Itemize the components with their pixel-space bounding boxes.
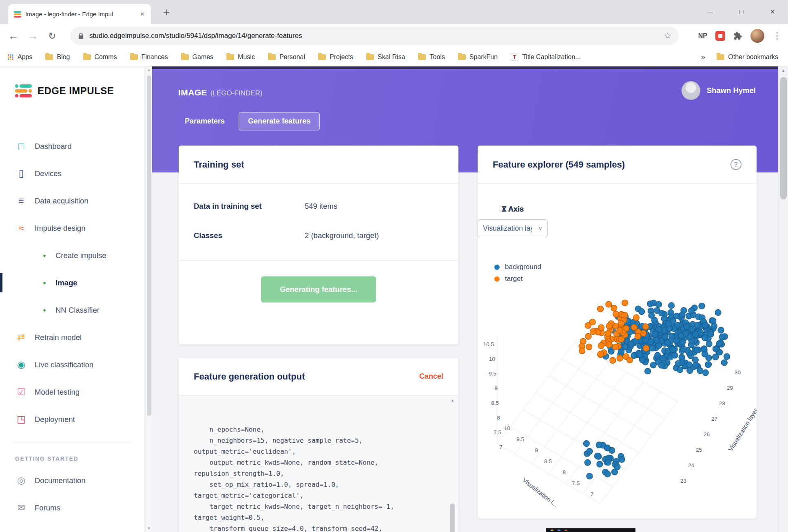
sidebar-item[interactable]: ⇄ Retrain model bbox=[0, 324, 144, 351]
generate-features-button[interactable]: Generating features... bbox=[261, 276, 376, 302]
bookmark-folder-item[interactable]: Comms bbox=[83, 53, 117, 61]
bookmark-folder-item[interactable]: Games bbox=[181, 53, 214, 61]
folder-icon bbox=[226, 54, 234, 60]
svg-text:9.5: 9.5 bbox=[516, 436, 524, 442]
sidebar-item[interactable]: ● Create impulse bbox=[0, 242, 144, 269]
folder-icon bbox=[268, 54, 276, 60]
svg-text:8: 8 bbox=[562, 469, 566, 475]
bookmark-folder-item[interactable]: Projects bbox=[318, 53, 353, 61]
browser-tab[interactable]: Image - lego-finder - Edge Impul × bbox=[8, 4, 151, 24]
cancel-link[interactable]: Cancel bbox=[419, 372, 443, 381]
browser-menu-icon[interactable]: ⋮ bbox=[773, 31, 781, 41]
scrollbar-thumb[interactable] bbox=[450, 503, 455, 532]
feature-generation-output-card: Feature generation output Cancel n_epoch… bbox=[179, 358, 458, 532]
bookmark-folder-item[interactable]: Skal Risa bbox=[366, 53, 405, 61]
other-bookmarks[interactable]: Other bookmarks bbox=[717, 53, 778, 61]
extension-icon[interactable] bbox=[715, 31, 725, 41]
console-line: n_epochs=None, bbox=[194, 424, 458, 435]
row-label: Classes bbox=[194, 231, 305, 240]
folder-icon bbox=[318, 54, 326, 60]
sidebar-item-label: Devices bbox=[35, 169, 62, 178]
feature-explorer-plot[interactable]: 10.5109.598.587.57109.598.587.5723242526… bbox=[478, 280, 757, 517]
sidebar-item-label: Documentation bbox=[35, 476, 85, 485]
sidebar-item[interactable]: ☑ Model testing bbox=[0, 378, 144, 406]
bookmarks-overflow-chevron[interactable]: » bbox=[701, 52, 705, 62]
sidebar-item[interactable]: □ Dashboard bbox=[0, 132, 144, 160]
sidebar-item[interactable]: ● NN Classifier bbox=[0, 296, 144, 324]
new-tab-button[interactable]: + bbox=[163, 6, 170, 19]
sidebar-item[interactable]: ◳ Deployment bbox=[0, 406, 144, 433]
edge-impulse-logo[interactable]: EDGE IMPULSE bbox=[15, 84, 114, 97]
scroll-up-icon[interactable]: ▲ bbox=[779, 68, 788, 73]
bookmark-folder-item[interactable]: Tools bbox=[418, 53, 445, 61]
svg-text:10.5: 10.5 bbox=[483, 341, 494, 347]
page-tab[interactable]: Parameters bbox=[185, 113, 225, 130]
sidebar-scrollbar[interactable]: ▲ ▼ bbox=[145, 66, 152, 532]
sidebar-item[interactable]: ◉ Live classification bbox=[0, 351, 144, 378]
page-title-project: (LEGO-FINDER) bbox=[210, 89, 263, 97]
svg-text:23: 23 bbox=[680, 478, 686, 484]
feature-explorer-card: Feature explorer (549 samples) ? X Axis … bbox=[478, 146, 757, 519]
bookmark-apps[interactable]: Apps bbox=[7, 53, 32, 61]
help-icon[interactable]: ? bbox=[730, 159, 742, 170]
console-line: transform_queue_size=4.0, transform_seed… bbox=[194, 523, 458, 532]
sidebar-item[interactable]: ✉ Forums bbox=[0, 494, 144, 521]
reload-button[interactable]: ↻ bbox=[48, 31, 56, 42]
bookmark-label: Comms bbox=[95, 53, 117, 61]
close-button[interactable]: × bbox=[757, 0, 788, 24]
console-lines: n_epochs=None, n_neighbors=15, negative_… bbox=[179, 396, 458, 532]
apps-grid-icon bbox=[7, 54, 14, 60]
scroll-down-icon[interactable]: ▼ bbox=[146, 526, 152, 530]
sidebar-item[interactable]: ≈ Impulse design bbox=[0, 214, 144, 242]
console-line: target_weight=0.5, bbox=[194, 512, 458, 523]
tab-close-icon[interactable]: × bbox=[139, 10, 145, 18]
legend-item[interactable]: background bbox=[494, 263, 541, 271]
tab-title: Image - lego-finder - Edge Impul bbox=[25, 11, 135, 18]
data-acquisition-icon: ≡ bbox=[15, 195, 27, 206]
axis-dropdown[interactable]: Visualization layer ∨ bbox=[478, 219, 548, 237]
bookmark-folder-item[interactable]: SparkFun bbox=[458, 53, 498, 61]
bookmark-label: Music bbox=[238, 53, 255, 61]
console-line: set_op_mix_ratio=1.0, spread=1.0, bbox=[194, 479, 458, 490]
svg-text:9: 9 bbox=[494, 385, 498, 391]
back-button[interactable]: ← bbox=[8, 30, 19, 42]
address-bar[interactable]: studio.edgeimpulse.com/studio/5941/dsp/i… bbox=[70, 27, 679, 45]
documentation-icon: ◎ bbox=[15, 475, 27, 486]
bookmark-folder-item[interactable]: Blog bbox=[45, 53, 70, 61]
folder-icon bbox=[418, 54, 426, 60]
console-line: repulsion_strength=1.0, bbox=[194, 468, 458, 479]
user-avatar[interactable] bbox=[682, 81, 700, 100]
bookmark-title-capitalization[interactable]: T Title Capitalization... bbox=[511, 53, 580, 61]
forward-button[interactable]: → bbox=[28, 30, 38, 42]
maximize-button[interactable]: □ bbox=[726, 0, 757, 24]
console-output[interactable]: n_epochs=None, n_neighbors=15, negative_… bbox=[179, 396, 458, 532]
bookmark-star-icon[interactable]: ☆ bbox=[664, 31, 671, 41]
sidebar-item[interactable]: ▯ Devices bbox=[0, 160, 144, 187]
minimize-button[interactable]: ─ bbox=[695, 0, 726, 24]
console-scrollbar[interactable]: ▲ bbox=[449, 397, 456, 532]
legend-label: background bbox=[505, 263, 541, 271]
bookmark-folder-item[interactable]: Finances bbox=[130, 53, 168, 61]
bookmark-folder-item[interactable]: Personal bbox=[268, 53, 305, 61]
extensions-puzzle-icon[interactable] bbox=[733, 31, 742, 40]
row-value: 549 items bbox=[305, 202, 337, 211]
browser-profile-avatar[interactable] bbox=[750, 29, 764, 43]
sidebar-item[interactable]: ● Image bbox=[0, 269, 144, 296]
svg-text:24: 24 bbox=[688, 462, 695, 468]
folder-icon bbox=[366, 54, 374, 60]
page-tab[interactable]: Generate features bbox=[239, 112, 320, 130]
sidebar-item[interactable]: ◎ Documentation bbox=[0, 467, 144, 494]
user-menu[interactable]: Shawn Hymel bbox=[682, 81, 756, 100]
scroll-up-icon[interactable]: ▲ bbox=[449, 398, 456, 402]
training-set-rows: Data in training set 549 items Classes 2… bbox=[179, 184, 458, 240]
scrollbar-thumb[interactable] bbox=[780, 77, 787, 199]
np-extension-badge[interactable]: NP bbox=[698, 32, 707, 40]
lock-icon bbox=[77, 33, 84, 40]
sidebar-item[interactable]: ≡ Data acquisition bbox=[0, 187, 144, 214]
window-scrollbar[interactable]: ▲ bbox=[778, 66, 788, 532]
scroll-up-icon[interactable]: ▲ bbox=[146, 68, 152, 72]
feature-explorer-title: Feature explorer (549 samples) bbox=[493, 159, 625, 170]
step-complete-dot-icon: ● bbox=[41, 307, 48, 313]
scrollbar-thumb[interactable] bbox=[147, 75, 151, 416]
bookmark-folder-item[interactable]: Music bbox=[226, 53, 255, 61]
